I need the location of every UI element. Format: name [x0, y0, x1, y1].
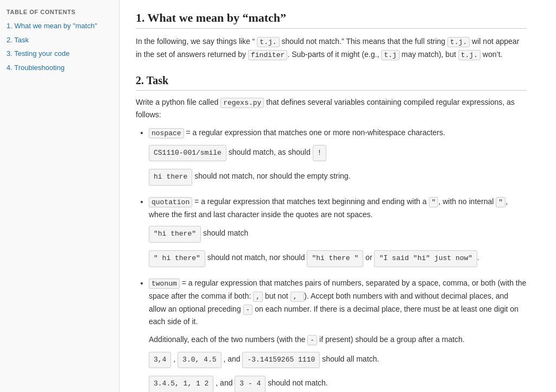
- code-comma-space: ,: [290, 292, 305, 302]
- sidebar-item-task[interactable]: 2. Task: [7, 35, 112, 46]
- sidebar-item-testing[interactable]: 3. Testing your code: [7, 48, 112, 59]
- code-tj2: t.j.: [447, 37, 470, 47]
- code-hithere: hi there: [149, 169, 192, 186]
- code-minus: -: [243, 305, 253, 315]
- section2-num: 2.: [136, 74, 147, 86]
- code-space-hi: " hi there": [149, 250, 205, 267]
- list-item-quotation: quotation = a regular expression that ma…: [149, 195, 527, 269]
- code-quotation: quotation: [149, 197, 192, 207]
- main-content: 1. What we mean by “match” In the follow…: [119, 0, 543, 392]
- code-34: 3,4: [149, 352, 171, 369]
- code-regexs: regexs.py: [220, 98, 264, 108]
- list-item-nospace: nospace = a regular expression that matc…: [149, 127, 527, 188]
- sidebar: TABLE OF CONTENTS 1. What we mean by "ma…: [0, 0, 119, 392]
- code-quote2: ": [496, 197, 506, 207]
- code-comma: ,: [253, 292, 263, 302]
- section2-heading: 2. Task: [136, 74, 527, 91]
- sidebar-item-troubleshooting[interactable]: 4. Troubleshooting: [7, 62, 112, 73]
- twonum-additionally: Additionally, each of the two numbers (w…: [149, 333, 527, 346]
- code-345: 3.4.5, 1, 1 2: [149, 376, 213, 392]
- code-finditer: finditer: [248, 50, 287, 60]
- code-neg314: -3.14159265 1110: [242, 352, 320, 369]
- code-hi-space: "hi there ": [307, 250, 363, 267]
- quotation-example1: "hi there" should match: [149, 224, 527, 245]
- code-3-minus-4: 3 - 4: [235, 376, 266, 392]
- list-item-twonum: twonum = a regular expression that match…: [149, 277, 527, 392]
- section1-paragraph: In the following, we say things like “ t…: [136, 35, 527, 61]
- section1-heading: 1. What we mean by “match”: [136, 11, 527, 29]
- toc-title: TABLE OF CONTENTS: [7, 9, 112, 15]
- code-minus2: -: [307, 335, 317, 345]
- code-30-45: 3.0, 4.5: [178, 352, 221, 369]
- code-exclaim: !: [313, 145, 327, 162]
- code-tj3: t.j: [381, 50, 399, 60]
- twonum-example1: 3,4 , 3.0, 4.5 , and -3.14159265 1110 sh…: [149, 350, 527, 371]
- code-twonum: twonum: [149, 279, 180, 289]
- nospace-example1: CS1110-001/smile should match, as should…: [149, 143, 527, 164]
- code-nospace: nospace: [149, 128, 184, 138]
- code-quote1: ": [429, 197, 439, 207]
- bullet-list: nospace = a regular expression that matc…: [149, 127, 527, 392]
- section1-num: 1.: [136, 11, 148, 24]
- twonum-example2: 3.4.5, 1, 1 2 , and 3 - 4 should not mat…: [149, 374, 527, 392]
- nospace-example2: hi there should not match, nor should th…: [149, 167, 527, 188]
- quotation-example2: " hi there" should not match, nor should…: [149, 248, 527, 269]
- code-i-said-hi: "I said "hi" just now": [374, 250, 477, 267]
- sidebar-item-match[interactable]: 1. What we mean by "match": [7, 21, 112, 31]
- code-hi-there-quoted: "hi there": [149, 226, 201, 243]
- code-tj4: t.j.: [458, 50, 481, 60]
- section2-intro: Write a python file called regexs.py tha…: [136, 96, 527, 121]
- code-cs1110: CS1110-001/smile: [149, 145, 226, 162]
- code-tj1: t.j.: [257, 37, 279, 47]
